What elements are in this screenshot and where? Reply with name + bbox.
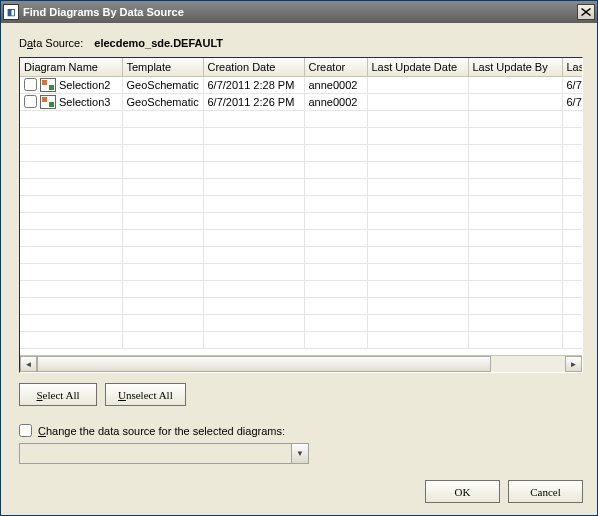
table-row[interactable]: Selection3GeoSchematic6/7/2011 2:26 PMan… xyxy=(20,93,582,110)
cell-diagram-name: Selection2 xyxy=(59,79,110,91)
close-icon xyxy=(581,8,591,16)
data-source-dropdown[interactable]: ▼ xyxy=(19,443,309,464)
col-creator[interactable]: Creator xyxy=(304,58,367,76)
row-checkbox[interactable] xyxy=(24,78,37,91)
grid-viewport[interactable]: Diagram Name Template Creation Date Crea… xyxy=(20,58,582,355)
unselect-all-button[interactable]: Unselect All xyxy=(105,383,186,406)
scroll-track[interactable] xyxy=(37,356,565,372)
col-template[interactable]: Template xyxy=(122,58,203,76)
app-icon: ◧ xyxy=(3,4,19,20)
cell-template: GeoSchematic xyxy=(122,93,203,110)
table-row xyxy=(20,178,582,195)
data-source-row: Data Source: elecdemo_sde.DEFAULT xyxy=(19,37,583,49)
diagram-icon xyxy=(40,78,56,92)
cell-creation-date: 6/7/2011 2:26 PM xyxy=(203,93,304,110)
table-row xyxy=(20,280,582,297)
cell-last-update-date xyxy=(367,93,468,110)
col-last-update-by[interactable]: Last Update By xyxy=(468,58,562,76)
col-creation-date[interactable]: Creation Date xyxy=(203,58,304,76)
cancel-button[interactable]: Cancel xyxy=(508,480,583,503)
data-source-dropdown-row: ▼ xyxy=(19,443,583,464)
table-row xyxy=(20,314,582,331)
titlebar[interactable]: ◧ Find Diagrams By Data Source xyxy=(1,1,597,23)
table-row xyxy=(20,263,582,280)
cell-creator: anne0002 xyxy=(304,76,367,93)
cell-template: GeoSchematic xyxy=(122,76,203,93)
cell-diagram-name: Selection3 xyxy=(59,96,110,108)
cell-last-update-date xyxy=(367,76,468,93)
cell-creation-date: 6/7/2011 2:28 PM xyxy=(203,76,304,93)
table-row xyxy=(20,212,582,229)
diagram-grid: Diagram Name Template Creation Date Crea… xyxy=(19,57,583,373)
ok-button[interactable]: OK xyxy=(425,480,500,503)
table-row xyxy=(20,195,582,212)
dialog-window: ◧ Find Diagrams By Data Source Data Sour… xyxy=(0,0,598,516)
table-row xyxy=(20,297,582,314)
data-source-value: elecdemo_sde.DEFAULT xyxy=(94,37,223,49)
table-row xyxy=(20,246,582,263)
scroll-left-button[interactable]: ◄ xyxy=(20,356,37,372)
dialog-footer: OK Cancel xyxy=(19,468,583,503)
row-checkbox[interactable] xyxy=(24,95,37,108)
cell-last-update-by xyxy=(468,93,562,110)
dialog-content: Data Source: elecdemo_sde.DEFAULT Diagra… xyxy=(1,23,597,515)
scroll-right-button[interactable]: ► xyxy=(565,356,582,372)
horizontal-scrollbar[interactable]: ◄ ► xyxy=(20,355,582,372)
change-data-source-checkbox[interactable] xyxy=(19,424,32,437)
table-row xyxy=(20,331,582,348)
table-row xyxy=(20,110,582,127)
scroll-thumb[interactable] xyxy=(37,356,491,372)
cell-last: 6/7/2 xyxy=(562,93,582,110)
col-diagram-name[interactable]: Diagram Name xyxy=(20,58,122,76)
cell-creator: anne0002 xyxy=(304,93,367,110)
change-data-source-row: Change the data source for the selected … xyxy=(19,424,583,437)
change-data-source-label: Change the data source for the selected … xyxy=(38,425,285,437)
diagram-icon xyxy=(40,95,56,109)
table-row[interactable]: Selection2GeoSchematic6/7/2011 2:28 PMan… xyxy=(20,76,582,93)
table-row xyxy=(20,229,582,246)
col-last[interactable]: Last xyxy=(562,58,582,76)
table-row xyxy=(20,161,582,178)
cell-last: 6/7/2 xyxy=(562,76,582,93)
table-row xyxy=(20,144,582,161)
grid-table: Diagram Name Template Creation Date Crea… xyxy=(20,58,582,349)
data-source-label: Data Source: xyxy=(19,37,83,49)
header-row: Diagram Name Template Creation Date Crea… xyxy=(20,58,582,76)
dropdown-button[interactable]: ▼ xyxy=(291,444,308,463)
col-last-update-date[interactable]: Last Update Date xyxy=(367,58,468,76)
cell-last-update-by xyxy=(468,76,562,93)
window-title: Find Diagrams By Data Source xyxy=(23,6,577,18)
selection-buttons-row: Select All Unselect All xyxy=(19,383,583,406)
close-button[interactable] xyxy=(577,4,595,20)
select-all-button[interactable]: Select All xyxy=(19,383,97,406)
table-row xyxy=(20,127,582,144)
